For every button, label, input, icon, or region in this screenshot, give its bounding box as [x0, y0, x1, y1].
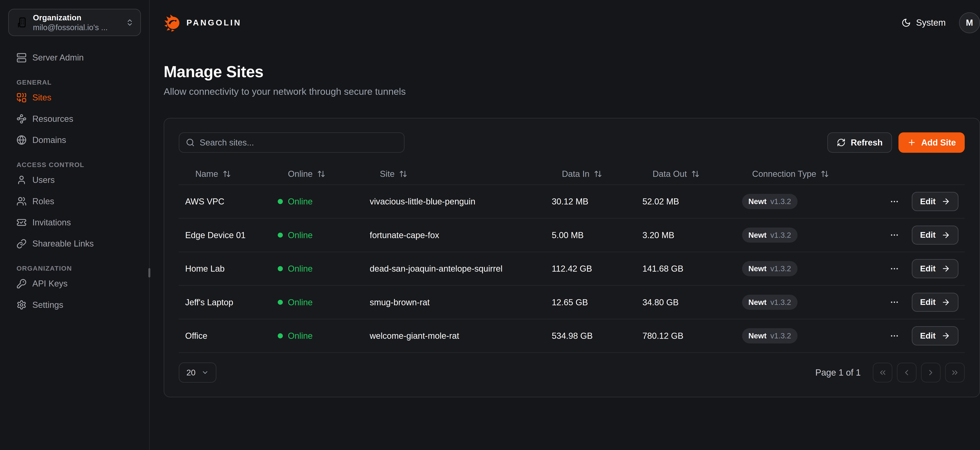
add-site-button[interactable]: Add Site: [899, 132, 965, 153]
next-page-button[interactable]: [921, 363, 940, 382]
ellipsis-icon: [889, 331, 899, 341]
search-icon: [186, 138, 195, 147]
cell-data-out: 52.02 MB: [636, 196, 736, 206]
server-icon: [16, 53, 27, 63]
cell-name: Edge Device 01: [179, 230, 271, 240]
column-header-site[interactable]: Site: [363, 169, 546, 179]
building-icon: [17, 17, 28, 28]
topbar: PANGOLIN System M: [164, 0, 980, 46]
chevron-left-icon: [902, 368, 911, 377]
sort-icon: [594, 170, 602, 178]
cell-name: AWS VPC: [179, 196, 271, 206]
sidebar-item-api-keys[interactable]: API Keys: [8, 275, 141, 293]
users-icon: [16, 196, 27, 206]
sidebar-item-server-admin[interactable]: Server Admin: [8, 49, 141, 67]
cell-connection-type: Newt v1.3.2: [736, 328, 885, 344]
column-header-name[interactable]: Name: [179, 169, 271, 179]
connection-type-badge: Newt v1.3.2: [742, 261, 797, 276]
column-header-data-out[interactable]: Data Out: [636, 169, 736, 179]
cell-data-in: 5.00 MB: [546, 230, 636, 240]
search-input[interactable]: [200, 138, 398, 147]
edit-button[interactable]: Edit: [912, 226, 958, 245]
arrow-right-icon: [942, 197, 950, 206]
cell-online: Online: [272, 298, 363, 307]
cell-connection-type: Newt v1.3.2: [736, 194, 885, 209]
sort-icon: [223, 170, 231, 178]
edit-button[interactable]: Edit: [912, 259, 958, 278]
sidebar-item-label: Server Admin: [32, 53, 84, 62]
column-header-data-in[interactable]: Data In: [546, 169, 636, 179]
table-row: Office Online welcome-giant-mole-rat 534…: [179, 319, 965, 353]
row-menu-button[interactable]: [887, 261, 902, 276]
column-header-online[interactable]: Online: [272, 169, 363, 179]
section-label-organization: ORGANIZATION: [8, 265, 141, 272]
chevron-right-icon: [926, 368, 935, 377]
page-size-select[interactable]: 20: [179, 363, 216, 383]
cell-online: Online: [272, 264, 363, 274]
sidebar-item-settings[interactable]: Settings: [8, 296, 141, 314]
table-footer: 20 Page 1 of 1: [179, 363, 965, 383]
app-window: Organization milo@fossorial.io's ... Ser…: [0, 0, 980, 450]
cell-connection-type: Newt v1.3.2: [736, 261, 885, 276]
sidebar-item-users[interactable]: Users: [8, 171, 141, 189]
cell-name: Jeff's Laptop: [179, 298, 271, 307]
connection-type-badge: Newt v1.3.2: [742, 328, 797, 344]
theme-label: System: [916, 17, 946, 28]
sidebar-item-label: Invitations: [32, 217, 71, 227]
edit-button[interactable]: Edit: [912, 293, 958, 312]
table-toolbar: Refresh Add Site: [179, 132, 965, 153]
connection-type-badge: Newt v1.3.2: [742, 228, 797, 243]
cell-data-in: 12.65 GB: [546, 298, 636, 307]
page-subtitle: Allow connectivity to your network throu…: [164, 86, 980, 97]
sidebar-item-sites[interactable]: Sites: [8, 89, 141, 106]
refresh-button[interactable]: Refresh: [827, 132, 892, 153]
online-status-dot: [278, 233, 283, 238]
connection-type-badge: Newt v1.3.2: [742, 295, 797, 310]
cell-connection-type: Newt v1.3.2: [736, 295, 885, 310]
online-status-dot: [278, 199, 283, 204]
sidebar-resize-handle[interactable]: [148, 268, 150, 278]
row-menu-button[interactable]: [887, 228, 902, 242]
cell-site: welcome-giant-mole-rat: [363, 331, 546, 341]
row-menu-button[interactable]: [887, 194, 902, 209]
main-content: PANGOLIN System M Manage Sites Allow con…: [150, 0, 980, 450]
arrow-right-icon: [942, 298, 950, 307]
edit-button[interactable]: Edit: [912, 192, 958, 211]
cell-site: dead-san-joaquin-antelope-squirrel: [363, 264, 546, 274]
edit-button[interactable]: Edit: [912, 326, 958, 345]
sites-combine-icon: [16, 93, 27, 103]
sidebar-item-label: API Keys: [32, 279, 68, 288]
cell-online: Online: [272, 331, 363, 341]
ellipsis-icon: [889, 298, 899, 307]
section-label-general: GENERAL: [8, 79, 141, 86]
org-switcher[interactable]: Organization milo@fossorial.io's ...: [8, 9, 141, 36]
sidebar-item-shareable-links[interactable]: Shareable Links: [8, 235, 141, 253]
sidebar-item-resources[interactable]: Resources: [8, 110, 141, 128]
user-icon: [16, 175, 27, 185]
arrow-right-icon: [942, 264, 950, 273]
sidebar-item-roles[interactable]: Roles: [8, 192, 141, 210]
ellipsis-icon: [889, 230, 899, 240]
cell-connection-type: Newt v1.3.2: [736, 228, 885, 243]
brand-name: PANGOLIN: [186, 18, 242, 27]
sidebar-item-domains[interactable]: Domains: [8, 131, 141, 149]
sidebar: Organization milo@fossorial.io's ... Ser…: [0, 0, 150, 450]
row-menu-button[interactable]: [887, 295, 902, 309]
cell-data-out: 780.12 GB: [636, 331, 736, 341]
sidebar-item-invitations[interactable]: Invitations: [8, 214, 141, 231]
theme-toggle-button[interactable]: System: [901, 17, 945, 28]
first-page-button[interactable]: [873, 363, 892, 382]
cell-actions: Edit: [885, 326, 965, 345]
avatar[interactable]: M: [959, 12, 980, 33]
column-header-connection-type[interactable]: Connection Type: [736, 169, 885, 179]
row-menu-button[interactable]: [887, 329, 902, 343]
last-page-button[interactable]: [945, 363, 965, 382]
online-status-dot: [278, 333, 283, 338]
sites-card: Refresh Add Site Name: [164, 118, 980, 397]
page-status: Page 1 of 1: [815, 368, 861, 378]
sites-table: Name Online Site Data In: [179, 163, 965, 353]
search-box: [179, 132, 404, 153]
cell-data-out: 34.80 GB: [636, 298, 736, 307]
previous-page-button[interactable]: [897, 363, 916, 382]
sidebar-item-label: Sites: [32, 93, 51, 102]
